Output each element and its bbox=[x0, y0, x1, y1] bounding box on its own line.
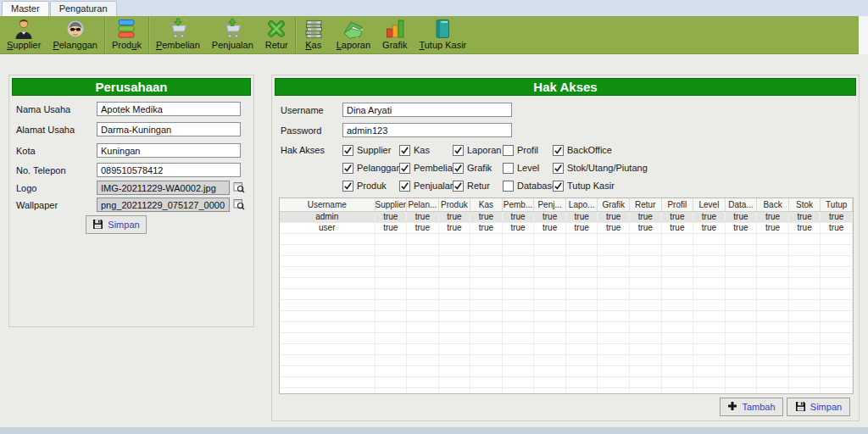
table-row-empty bbox=[280, 387, 853, 394]
cell-empty bbox=[407, 376, 439, 387]
cell-empty bbox=[661, 255, 693, 266]
column-header-tutup[interactable]: Tutup bbox=[821, 198, 853, 211]
toolbar-button-pelanggan[interactable]: Pelanggan bbox=[47, 16, 103, 53]
checkbox-checked-icon[interactable] bbox=[553, 163, 564, 174]
column-header-grafik[interactable]: Grafik bbox=[598, 198, 630, 211]
column-header-penj[interactable]: Penj... bbox=[534, 198, 566, 211]
toolbar-button-penjualan[interactable]: Penjualan bbox=[206, 16, 259, 53]
permission-tutup-kasir[interactable]: Tutup Kasir bbox=[553, 179, 648, 192]
cell-empty bbox=[661, 376, 693, 387]
checkbox-checked-icon[interactable] bbox=[453, 181, 464, 192]
username-input[interactable] bbox=[342, 103, 512, 117]
nama-usaha-input[interactable] bbox=[97, 102, 241, 116]
column-header-username[interactable]: Username bbox=[280, 198, 375, 211]
cell-empty bbox=[821, 233, 853, 244]
cell-empty bbox=[534, 321, 566, 332]
cell-empty bbox=[534, 354, 566, 365]
column-header-data[interactable]: Data... bbox=[725, 198, 757, 211]
cell-empty bbox=[565, 343, 598, 354]
checkbox-checked-icon[interactable] bbox=[399, 163, 410, 174]
table-row-user[interactable]: usertruetruetruetruetruetruetruetruetrue… bbox=[280, 222, 853, 233]
column-header-level[interactable]: Level bbox=[693, 198, 726, 211]
cell-empty bbox=[470, 365, 503, 376]
permission-profil[interactable]: Profil bbox=[503, 143, 557, 157]
toolbar-button-pembelian[interactable]: Pembelian bbox=[150, 16, 206, 53]
column-header-retur[interactable]: Retur bbox=[630, 198, 662, 211]
checkbox-checked-icon[interactable] bbox=[453, 145, 464, 156]
permission-produk[interactable]: Produk bbox=[342, 179, 402, 192]
cell-empty bbox=[280, 376, 375, 387]
cell-empty bbox=[407, 299, 439, 310]
toolbar-button-kas[interactable]: Kas bbox=[297, 16, 331, 53]
toolbar-button-tutup-kasir[interactable]: Tutup Kasir bbox=[413, 16, 472, 53]
checkbox-checked-icon[interactable] bbox=[399, 145, 410, 156]
permission-stok-utang-piutang[interactable]: Stok/Utang/Piutang bbox=[553, 161, 648, 175]
permission-grafik[interactable]: Grafik bbox=[453, 161, 501, 175]
cell-empty bbox=[407, 343, 439, 354]
column-header-supplier[interactable]: Supplier bbox=[375, 198, 407, 211]
permission-supplier[interactable]: Supplier bbox=[342, 143, 402, 157]
column-header-stok[interactable]: Stok bbox=[788, 198, 821, 211]
permission-penjualan[interactable]: Penjualan bbox=[399, 179, 458, 192]
toolbar-button-supplier[interactable]: Supplier bbox=[1, 16, 47, 53]
column-header-back[interactable]: Back bbox=[757, 198, 789, 211]
purchase-cart-icon bbox=[167, 18, 189, 40]
checkbox-checked-icon[interactable] bbox=[342, 145, 353, 156]
perusahaan-panel-title: Perusahaan bbox=[12, 78, 251, 96]
cell-empty bbox=[693, 244, 726, 255]
cell-empty bbox=[725, 299, 757, 310]
checkbox-checked-icon[interactable] bbox=[342, 181, 353, 192]
column-header-pelan[interactable]: Pelan... bbox=[407, 198, 439, 211]
logo-browse-button[interactable] bbox=[232, 181, 246, 195]
cell-empty bbox=[407, 321, 439, 332]
toolbar-button-retur[interactable]: Retur bbox=[259, 16, 294, 53]
cell-empty bbox=[788, 299, 821, 310]
toolbar-button-produk[interactable]: Produk bbox=[106, 16, 147, 53]
permission-level[interactable]: Level bbox=[503, 161, 557, 175]
column-header-lapo[interactable]: Lapo... bbox=[565, 198, 598, 211]
tab-master[interactable]: Master bbox=[2, 1, 49, 16]
checkbox-checked-icon[interactable] bbox=[553, 145, 564, 156]
checkbox-checked-icon[interactable] bbox=[342, 163, 353, 174]
checkbox-checked-icon[interactable] bbox=[453, 163, 464, 174]
cash-icon bbox=[303, 18, 325, 40]
checkbox-unchecked-icon[interactable] bbox=[503, 145, 514, 156]
tambah-button[interactable]: Tambah bbox=[720, 398, 783, 416]
checkbox-unchecked-icon[interactable] bbox=[503, 163, 514, 174]
cell-value: true bbox=[502, 211, 534, 222]
permission-database[interactable]: Database bbox=[503, 179, 557, 192]
column-header-profil[interactable]: Profil bbox=[661, 198, 693, 211]
toolbar-button-grafik[interactable]: Grafik bbox=[376, 16, 413, 53]
permission-kas[interactable]: Kas bbox=[399, 143, 458, 157]
alamat-usaha-input[interactable] bbox=[97, 122, 241, 136]
checkbox-checked-icon[interactable] bbox=[399, 181, 410, 192]
cell-empty bbox=[598, 365, 630, 376]
cell-empty bbox=[565, 310, 598, 321]
no-telepon-input[interactable] bbox=[97, 163, 241, 177]
cell-empty bbox=[375, 255, 407, 266]
checkbox-checked-icon[interactable] bbox=[553, 181, 564, 192]
column-header-kas[interactable]: Kas bbox=[470, 198, 503, 211]
checkbox-unchecked-icon[interactable] bbox=[503, 181, 514, 192]
permission-laporan[interactable]: Laporan bbox=[453, 143, 501, 157]
column-header-produk[interactable]: Produk bbox=[438, 198, 470, 211]
wallpaper-browse-button[interactable] bbox=[232, 198, 246, 212]
wallpaper-label: Wallpaper bbox=[16, 200, 58, 210]
permission-retur[interactable]: Retur bbox=[453, 179, 501, 192]
cell-empty bbox=[693, 299, 726, 310]
table-row-admin[interactable]: admintruetruetruetruetruetruetruetruetru… bbox=[280, 211, 853, 222]
kota-input[interactable] bbox=[97, 143, 241, 158]
permission-backoffice[interactable]: BackOffice bbox=[553, 143, 648, 157]
cell-empty bbox=[661, 299, 693, 310]
permission-pembelian[interactable]: Pembelian bbox=[399, 161, 458, 175]
password-input[interactable] bbox=[342, 123, 512, 137]
perusahaan-simpan-button[interactable]: Simpan bbox=[86, 215, 147, 234]
tab-pengaturan[interactable]: Pengaturan bbox=[50, 1, 117, 16]
cell-empty bbox=[725, 310, 757, 321]
hak-akses-simpan-button[interactable]: Simpan bbox=[787, 398, 850, 416]
permission-pelanggan[interactable]: Pelanggan bbox=[342, 161, 402, 175]
cell-empty bbox=[502, 233, 534, 244]
toolbar-button-laporan[interactable]: Laporan bbox=[331, 16, 376, 53]
column-header-pemb[interactable]: Pemb... bbox=[502, 198, 534, 211]
permissions-column-1: SupplierPelangganProduk bbox=[342, 143, 402, 197]
